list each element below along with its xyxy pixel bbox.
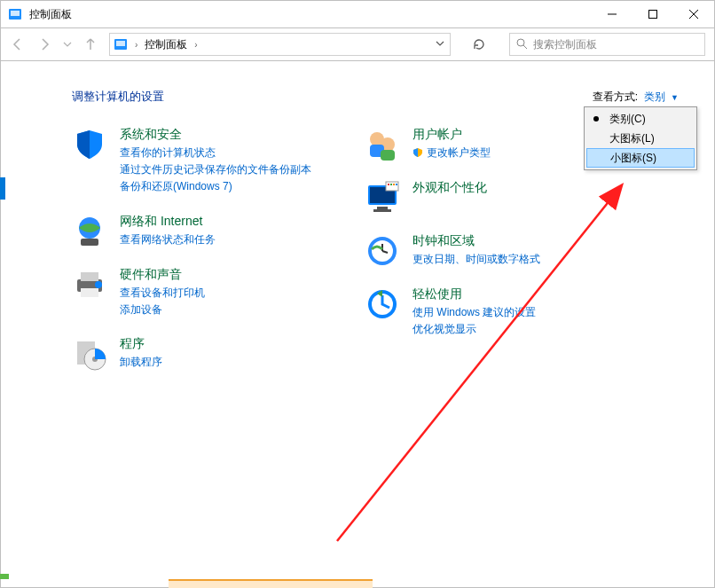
right-column: 用户帐户 更改帐户类型 外观和个性化 — [365, 127, 540, 372]
svg-rect-28 — [388, 184, 389, 185]
taskbar-sliver — [169, 579, 373, 588]
cat-link[interactable]: 更改日期、时间或数字格式 — [412, 251, 540, 268]
svg-rect-22 — [381, 150, 395, 161]
left-edge-blue — [0, 177, 5, 200]
header-row: 调整计算机的设置 查看方式: 类别 ▼ — [72, 88, 679, 105]
window-title: 控制面板 — [29, 7, 72, 22]
title-bar: 控制面板 — [0, 0, 715, 28]
page-title: 调整计算机的设置 — [72, 89, 164, 105]
view-by-dropdown: 类别(C) 大图标(L) 小图标(S) — [584, 106, 697, 170]
cat-title[interactable]: 时钟和区域 — [412, 233, 540, 249]
dropdown-label: 小图标(S) — [610, 151, 656, 166]
printer-icon — [72, 267, 107, 302]
chevron-right-icon[interactable]: › — [194, 40, 197, 50]
svg-rect-25 — [377, 207, 388, 209]
disc-icon — [72, 336, 107, 372]
control-panel-bc-icon — [114, 37, 128, 51]
dropdown-label: 大图标(L) — [609, 131, 655, 146]
cat-link[interactable]: 优化视觉显示 — [412, 321, 536, 338]
svg-line-9 — [523, 45, 527, 49]
cat-title[interactable]: 外观和个性化 — [412, 180, 487, 196]
dropdown-label: 类别(C) — [609, 112, 646, 127]
window-controls — [592, 1, 714, 27]
left-column: 系统和安全 查看你的计算机状态 通过文件历史记录保存你的文件备份副本 备份和还原… — [72, 127, 311, 372]
cat-link[interactable]: 使用 Windows 建议的设置 — [412, 304, 536, 321]
cat-system-security: 系统和安全 查看你的计算机状态 通过文件历史记录保存你的文件备份副本 备份和还原… — [72, 127, 311, 196]
cat-user-accounts: 用户帐户 更改帐户类型 — [365, 127, 540, 162]
users-icon — [365, 127, 400, 162]
cat-link[interactable]: 查看你的计算机状态 — [120, 145, 311, 161]
cat-title[interactable]: 用户帐户 — [412, 127, 491, 143]
cat-link[interactable]: 通过文件历史记录保存你的文件备份副本 — [120, 161, 311, 178]
globe-icon — [72, 214, 107, 249]
close-button[interactable] — [673, 1, 714, 27]
cat-title[interactable]: 系统和安全 — [120, 127, 311, 143]
cat-network: 网络和 Internet 查看网络状态和任务 — [72, 214, 311, 249]
clock-icon — [365, 233, 400, 269]
back-button[interactable] — [10, 36, 26, 52]
view-by-value[interactable]: 类别 — [644, 90, 665, 103]
search-icon — [515, 37, 528, 52]
toolbar: › 控制面板 › 搜索控制面板 — [0, 28, 715, 61]
svg-rect-31 — [396, 184, 397, 185]
breadcrumb-root[interactable]: 控制面板 — [145, 37, 187, 52]
view-by: 查看方式: 类别 ▼ — [593, 88, 679, 105]
svg-rect-26 — [373, 209, 391, 212]
view-by-label: 查看方式: — [593, 90, 638, 103]
dropdown-item-large-icons[interactable]: 大图标(L) — [586, 129, 695, 148]
cat-title[interactable]: 程序 — [120, 336, 162, 352]
cat-title[interactable]: 网络和 Internet — [120, 214, 216, 230]
cat-link[interactable]: 更改帐户类型 — [427, 145, 491, 161]
cat-link[interactable]: 查看网络状态和任务 — [120, 231, 216, 248]
minimize-button[interactable] — [592, 1, 632, 27]
cat-ease-of-access: 轻松使用 使用 Windows 建议的设置 优化视觉显示 — [365, 286, 540, 338]
search-input[interactable]: 搜索控制面板 — [509, 33, 705, 56]
svg-rect-7 — [116, 41, 125, 46]
up-button[interactable] — [82, 36, 98, 52]
shield-icon — [72, 127, 107, 162]
svg-rect-13 — [81, 272, 98, 281]
refresh-button[interactable] — [468, 34, 490, 55]
cat-title[interactable]: 硬件和声音 — [120, 267, 205, 283]
dropdown-item-small-icons[interactable]: 小图标(S) — [586, 148, 695, 168]
chevron-down-icon[interactable]: ▼ — [671, 93, 679, 102]
cat-hardware-sound: 硬件和声音 查看设备和打印机 添加设备 — [72, 267, 311, 318]
cat-link[interactable]: 添加设备 — [120, 302, 205, 318]
cat-clock-region: 时钟和区域 更改日期、时间或数字格式 — [365, 233, 540, 269]
maximize-button[interactable] — [632, 1, 673, 27]
svg-rect-11 — [81, 239, 98, 246]
forward-button[interactable] — [36, 36, 52, 52]
breadcrumb-drop-icon[interactable] — [436, 38, 444, 51]
monitor-icon — [365, 180, 400, 216]
ease-of-access-icon — [365, 286, 400, 322]
svg-rect-3 — [649, 11, 657, 19]
bullet-icon — [593, 116, 599, 122]
search-placeholder: 搜索控制面板 — [533, 37, 597, 52]
svg-rect-14 — [81, 288, 98, 297]
cat-link[interactable]: 备份和还原(Windows 7) — [120, 178, 311, 195]
cat-appearance: 外观和个性化 — [365, 180, 540, 216]
history-chevron-icon[interactable] — [63, 40, 72, 49]
svg-point-15 — [95, 281, 102, 288]
cat-title[interactable]: 轻松使用 — [412, 286, 536, 302]
cat-programs: 程序 卸载程序 — [72, 336, 311, 372]
svg-rect-27 — [386, 182, 398, 191]
cat-link[interactable]: 查看设备和打印机 — [120, 285, 205, 302]
svg-rect-29 — [390, 184, 392, 185]
chevron-right-icon[interactable]: › — [135, 40, 138, 50]
control-panel-icon — [8, 7, 22, 21]
svg-rect-1 — [11, 11, 20, 16]
dropdown-item-category[interactable]: 类别(C) — [586, 109, 695, 129]
left-edge-green — [0, 574, 9, 579]
svg-point-8 — [517, 39, 524, 46]
breadcrumb[interactable]: › 控制面板 › — [109, 33, 451, 56]
cat-link[interactable]: 卸载程序 — [120, 354, 162, 371]
svg-rect-30 — [393, 184, 395, 185]
uac-shield-icon — [412, 145, 423, 161]
